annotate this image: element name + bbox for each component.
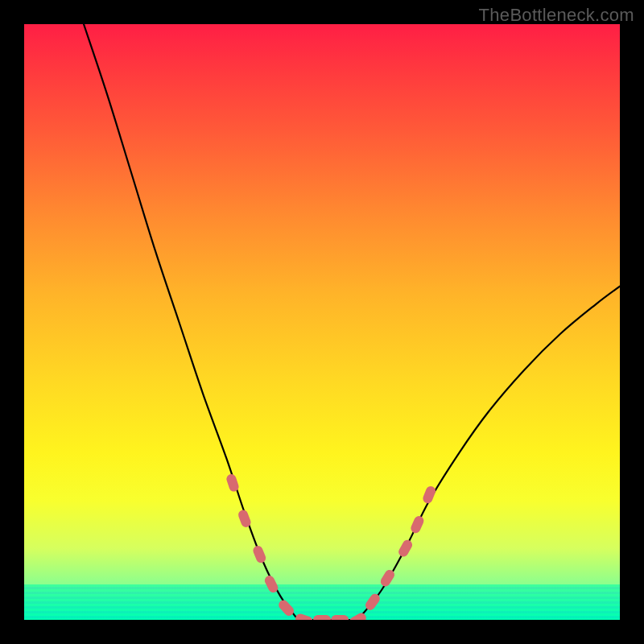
plot-area [24,24,620,620]
data-bead [397,539,414,559]
data-bead [313,615,331,620]
data-bead [252,544,267,564]
curve-layer [24,24,620,620]
watermark-text: TheBottleneck.com [479,5,634,26]
data-bead [294,613,314,620]
data-bead [409,514,425,535]
bottleneck-curve-left [84,24,298,620]
bottleneck-curve-right [357,287,620,620]
data-bead [331,615,349,620]
data-bead [422,485,437,505]
bead-group [225,473,437,620]
chart-frame: TheBottleneck.com [0,0,644,644]
